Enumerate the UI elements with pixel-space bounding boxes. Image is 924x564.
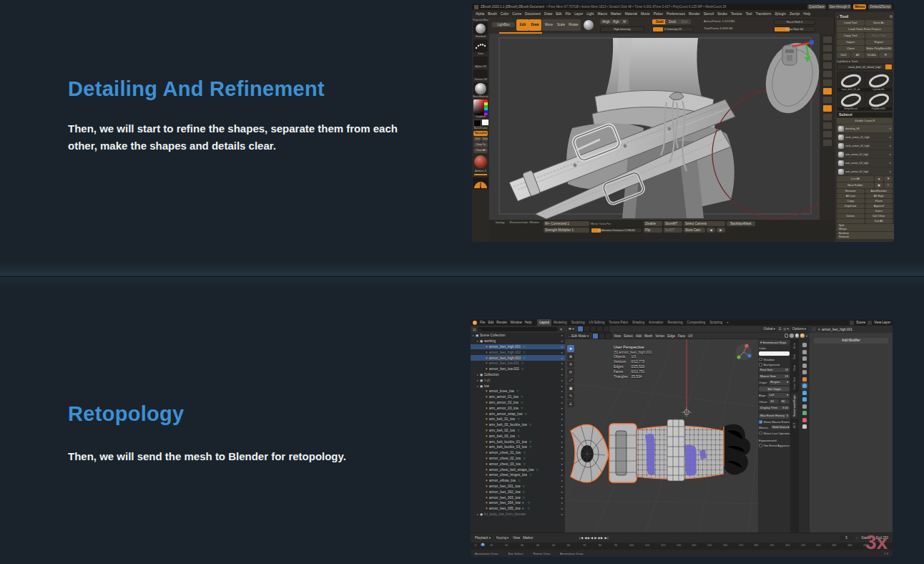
outliner-row[interactable]: ▸ ▣ ▼ armor_feet_low.001 ✦ ▽ ●: [471, 361, 565, 366]
topology-tool[interactable]: Topology: [492, 221, 508, 233]
workspace-tab[interactable]: Compositing: [685, 319, 708, 326]
outliner-row[interactable]: ▸ ▣ ▼ Collection ✦ ▽ ●: [471, 372, 565, 378]
visibility-eye-icon[interactable]: ●: [561, 479, 563, 482]
transport-button[interactable]: ∣◀: [579, 536, 583, 540]
viewport-3d[interactable]: ➤ ⊕ ✛ ⟳ ⤢ ▣ ✎ ∠ User Perspective (5) arm…: [565, 339, 758, 533]
background-checkbox[interactable]: [759, 363, 762, 366]
subtool-thumbnail[interactable]: [838, 143, 844, 149]
copy-tool-button[interactable]: Copy Tool: [837, 33, 865, 39]
goz-row-button[interactable]: R: [879, 52, 893, 58]
right-shelf-icon[interactable]: [823, 114, 832, 120]
subtool-action-button[interactable]: Delete: [837, 214, 865, 219]
zbrush-menu-item[interactable]: Curve: [512, 12, 521, 16]
zsub-button[interactable]: Zsub: [665, 19, 679, 24]
timeline-ruler[interactable]: 0510203040506070809010011012013014015016…: [471, 543, 893, 550]
scene-icon[interactable]: [850, 321, 854, 325]
origin-dropdown[interactable]: Region▾: [769, 380, 790, 385]
zbrush-menu-item[interactable]: Macro: [598, 12, 607, 16]
alpha-thumbnail[interactable]: [473, 57, 488, 65]
texture-thumbnail[interactable]: [473, 69, 488, 78]
load-tool-button[interactable]: Load Tool: [837, 20, 865, 26]
show-last-operator-checkbox[interactable]: [759, 432, 762, 435]
defaultzscript-button[interactable]: DefaultZScript: [868, 4, 892, 9]
goz-row-button[interactable]: GoZ: [837, 52, 850, 58]
right-shelf-icon[interactable]: [823, 37, 832, 43]
focal-shift-slider[interactable]: Focal Shift 0: [774, 19, 815, 25]
subtool-row[interactable]: arm_armor_03_high ●: [837, 159, 893, 167]
subtool-row[interactable]: arm_armor_02_high ●: [837, 167, 893, 175]
active-tool-slider[interactable]: main_belt_02_detail_high: [837, 64, 893, 70]
visibility-eye-icon[interactable]: ●: [561, 445, 563, 449]
view-layer-icon[interactable]: [868, 321, 872, 325]
outliner-row[interactable]: ▸ ▣ ▼ armor_feet_high.001 ✦ ▽ ●: [471, 344, 565, 350]
zbrush-menu-item[interactable]: Stroke: [717, 12, 727, 16]
show-mouse-events-checkbox[interactable]: [759, 420, 762, 424]
subtool-action-button[interactable]: [837, 209, 865, 214]
visibility-eye-icon[interactable]: ●: [561, 473, 563, 477]
blender-menu-item[interactable]: Edit: [488, 321, 493, 324]
transport-button[interactable]: ▶∣: [604, 536, 609, 540]
zbrush-menu-item[interactable]: Draw: [544, 12, 552, 16]
properties-tab-icon[interactable]: [802, 370, 807, 374]
clear-to-button[interactable]: Clear To: [473, 142, 488, 147]
zbrush-menu-item[interactable]: Zplugin: [775, 12, 786, 16]
right-shelf-icon[interactable]: [823, 122, 832, 129]
zbrush-menu-item[interactable]: Zscript: [790, 12, 800, 16]
save-as-button[interactable]: Save As: [865, 20, 893, 26]
visibility-eye-icon[interactable]: ●: [561, 512, 563, 516]
subtool-thumbnail[interactable]: [838, 169, 844, 175]
visibility-eye-icon[interactable]: ●: [561, 457, 563, 460]
outliner-row[interactable]: ▸ ▣ ▼ low ✦ ▽ ●: [471, 383, 565, 389]
playback-dropdown[interactable]: Playback ▾: [473, 535, 492, 540]
outliner-row[interactable]: ▸ ▣ ▼ armor_elbow_low ✦ ▽ ●: [471, 478, 565, 484]
transform-tool-button[interactable]: ▣: [567, 384, 574, 392]
blender-menu-item[interactable]: Render: [496, 321, 507, 324]
rotate-button[interactable]: Rotate: [566, 19, 581, 31]
stroke-thumbnail[interactable]: [473, 39, 488, 52]
properties-tab-icon[interactable]: [802, 411, 807, 415]
tool-thumbnail[interactable]: SimpleBrush: [837, 92, 865, 110]
select-tool-button[interactable]: ➤: [567, 345, 574, 352]
subtool-action-button[interactable]: Insert: [865, 209, 893, 214]
zbrush-menu-item[interactable]: Picker: [654, 12, 663, 16]
zbrush-menu-item[interactable]: Edit: [556, 12, 561, 16]
zbrush-menu-item[interactable]: Tool: [746, 12, 752, 16]
visibility-eye-icon[interactable]: ●: [561, 412, 563, 416]
zbrush-menu-item[interactable]: Movie: [641, 12, 650, 16]
visibility-eye-icon[interactable]: ●: [561, 451, 563, 454]
zbrush-menu-item[interactable]: Preferences: [667, 12, 685, 16]
zadd-button[interactable]: Zadd: [652, 19, 667, 24]
visibility-eye-icon[interactable]: ●: [561, 367, 563, 371]
zbrush-menu-item[interactable]: Render: [689, 12, 700, 16]
subtool-down-button[interactable]: ▼: [884, 176, 893, 182]
workspace-tab[interactable]: Scripting: [707, 319, 724, 326]
visibility-eye-icon[interactable]: ●: [561, 485, 563, 488]
subtool-eye-icon[interactable]: ●: [890, 135, 891, 139]
active-tool-toggle[interactable]: [577, 326, 584, 332]
properties-tab-icon[interactable]: [802, 343, 807, 347]
draw-button[interactable]: Draw: [529, 19, 541, 31]
list-all-button[interactable]: List All: [837, 176, 874, 182]
mouse-size-field[interactable]: Mouse Size13: [759, 374, 790, 379]
mode-dropdown[interactable]: ⛶ Edit Mode ▾: [567, 334, 590, 339]
switch-color-swatches[interactable]: [473, 120, 488, 127]
edge-select-toggle[interactable]: [599, 333, 605, 339]
subtool-eye-icon[interactable]: ●: [890, 161, 891, 165]
viewport-menu-item[interactable]: Add: [636, 334, 642, 338]
blender-menu-item[interactable]: Window: [510, 321, 521, 324]
storemt-button[interactable]: StoreMT: [664, 221, 682, 226]
lightbox-tools-path[interactable]: Lightbox ▸ Tools: [837, 59, 893, 63]
vertex-select-toggle[interactable]: [592, 333, 599, 339]
outliner-row[interactable]: ▸ ▣ ▼ armor_knee_low ✦ ▽ ●: [471, 389, 565, 394]
properties-tab-icon[interactable]: [802, 356, 807, 361]
outliner-row[interactable]: ▸ ▣ ▼ arm_belt_01_low ✦ ▽ ●: [471, 417, 565, 422]
viewport-menu-item[interactable]: Vertex: [655, 334, 664, 338]
make-polymesh3d-button[interactable]: Make PolyMesh3D: [865, 46, 893, 52]
subtool-action-button[interactable]: Rename: [837, 189, 865, 194]
set-origin-button[interactable]: Set Origin: [759, 386, 790, 392]
outliner-row[interactable]: ▸ ▣ ▼ arm_belt_03_low ✦ ▽ ●: [471, 433, 565, 439]
font-size-field[interactable]: Font Size11: [759, 368, 790, 373]
paste-tool-button[interactable]: Paste Tool: [865, 33, 893, 39]
visibility-eye-icon[interactable]: ●: [561, 417, 563, 421]
rgb-intensity-slider[interactable]: Rgb Intensity: [600, 26, 644, 32]
